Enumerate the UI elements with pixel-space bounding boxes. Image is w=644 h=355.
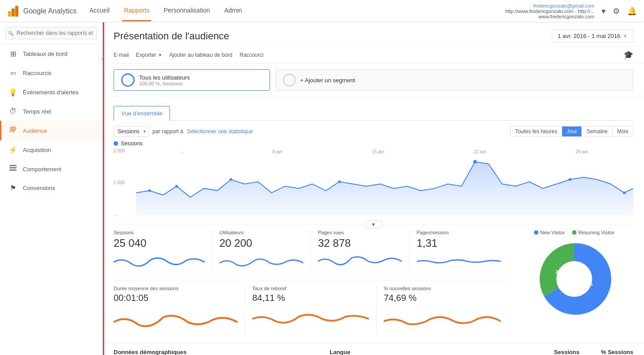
chart-section: Sessions par rapport à Sélectionner une … bbox=[103, 121, 644, 230]
sidebar-item-evenements-alertes[interactable]: 💡 Événements d'alertes bbox=[0, 83, 102, 102]
sidebar: ◀ ⊞ Tableaux de bord ⇦ Raccourcis 💡 Évén… bbox=[0, 22, 103, 355]
chart-stat-link[interactable]: Sélectionner une statistique bbox=[187, 128, 253, 135]
chart-controls: Sessions par rapport à Sélectionner une … bbox=[114, 126, 633, 137]
svg-point-15 bbox=[556, 261, 592, 297]
chart-legend: Sessions bbox=[114, 140, 633, 147]
sidebar-item-acquisition[interactable]: ⚡ Acquisition bbox=[0, 140, 102, 160]
stat-utilisateurs: Utilisateurs 20 200 bbox=[212, 230, 311, 275]
export-button[interactable]: Exporter ▼ bbox=[136, 50, 162, 60]
svg-rect-2 bbox=[15, 6, 18, 17]
nav-rapports[interactable]: Rapports bbox=[122, 0, 151, 21]
sidebar-item-label: Acquisition bbox=[23, 147, 51, 153]
segments-row: Tous les utilisateurs 100,00 %, Sessions… bbox=[103, 64, 644, 97]
stat-pages-vues-label: Pages vues bbox=[318, 230, 402, 235]
settings-icon[interactable]: ⚙ bbox=[613, 6, 620, 16]
sidebar-item-tableaux-de-bord[interactable]: ⊞ Tableaux de bord bbox=[0, 44, 102, 63]
pie-returning-label: Returning Visitor bbox=[578, 230, 614, 235]
notifications-icon[interactable]: 🔔 bbox=[627, 6, 637, 16]
sidebar-item-label: Raccourcis bbox=[23, 70, 51, 76]
stat-duree-sparkline bbox=[114, 305, 237, 334]
stat-duree-label: Durée moyenne des sessions bbox=[114, 286, 237, 291]
date-range-selector[interactable]: 1 avr. 2016 - 1 mai 2016 ▼ bbox=[552, 30, 633, 42]
add-segment-circle-icon bbox=[283, 74, 296, 86]
sidebar-item-audience[interactable]: Audience bbox=[0, 121, 102, 140]
pie-chart-svg: 74.7% 25.3% bbox=[534, 239, 614, 319]
sidebar-item-label: Audience bbox=[23, 127, 47, 134]
y-label-dots: ... bbox=[114, 212, 125, 217]
svg-text:25.3%: 25.3% bbox=[555, 269, 569, 275]
donnees-title: Données démographiques bbox=[114, 349, 186, 355]
stat-duree-value: 00:01:05 bbox=[114, 293, 237, 303]
stat-nouvelles-sessions-label: % nouvelles sessions bbox=[384, 286, 501, 291]
search-wrap bbox=[5, 27, 97, 39]
time-btn-semaine[interactable]: Semaine bbox=[582, 127, 612, 136]
shortcut-button[interactable]: Raccourci bbox=[240, 50, 263, 60]
search-input[interactable] bbox=[5, 27, 97, 39]
chart-metric-select[interactable]: Sessions bbox=[114, 126, 149, 137]
main-layout: ◀ ⊞ Tableaux de bord ⇦ Raccourcis 💡 Évén… bbox=[0, 22, 644, 355]
time-btn-jour[interactable]: Jour bbox=[562, 127, 582, 136]
y-label-2000: 2 000 bbox=[114, 148, 125, 153]
stats-pie-combined: Sessions 25 040 Utilisateurs 20 200 bbox=[103, 230, 644, 343]
pie-legend-returning: Returning Visitor bbox=[572, 230, 614, 235]
stat-duree: Durée moyenne des sessions 00:01:05 bbox=[114, 286, 245, 336]
nav-personnalisation[interactable]: Personnalisation bbox=[162, 0, 212, 21]
chart-y-labels: 2 000 1 000 ... bbox=[114, 148, 125, 224]
stat-sessions-label: Sessions bbox=[114, 230, 205, 235]
stat-nouvelles-sessions-sparkline bbox=[384, 305, 501, 333]
shortcuts-icon: ⇦ bbox=[8, 69, 17, 77]
sidebar-item-comportement[interactable]: Comportement bbox=[0, 160, 102, 178]
chart-time-buttons: Toutes les heures Jour Semaine Mois bbox=[510, 126, 633, 137]
time-btn-all-hours[interactable]: Toutes les heures bbox=[511, 127, 562, 136]
app-name: Google Analytics bbox=[23, 7, 76, 15]
chart-svg-wrap bbox=[136, 148, 633, 215]
user-email: fredericgonzalo@gmail.com bbox=[505, 3, 594, 8]
pct-sessions-col-label: % Sessions bbox=[601, 349, 633, 355]
stat-utilisateurs-label: Utilisateurs bbox=[220, 230, 304, 235]
acquisition-icon: ⚡ bbox=[8, 146, 17, 154]
pie-new-dot-icon bbox=[534, 230, 538, 235]
time-btn-mois[interactable]: Mois bbox=[613, 127, 633, 136]
pie-legend: New Visitor Returning Visitor bbox=[534, 230, 615, 235]
sidebar-item-raccourcis[interactable]: ⇦ Raccourcis bbox=[0, 63, 102, 83]
svg-point-12 bbox=[473, 160, 477, 164]
chart-expand-button[interactable]: ▼ bbox=[365, 220, 382, 228]
active-segment[interactable]: Tous les utilisateurs 100,00 %, Sessions bbox=[114, 69, 270, 91]
main-nav: Accueil Rapports Personnalisation Admin bbox=[88, 0, 505, 21]
nav-right: fredericgonzalo@gmail.com http://www.fre… bbox=[505, 3, 637, 19]
nav-admin[interactable]: Admin bbox=[222, 0, 244, 21]
stat-rebond-value: 84,11 % bbox=[252, 293, 369, 303]
stats-row1: Sessions 25 040 Utilisateurs 20 200 bbox=[114, 230, 508, 280]
dashboard-icon: ⊞ bbox=[8, 50, 17, 58]
email-button[interactable]: E-mail bbox=[114, 50, 129, 60]
add-segment-button[interactable]: + Ajouter un segment bbox=[275, 69, 633, 91]
date-range-arrow-icon: ▼ bbox=[623, 34, 627, 38]
svg-point-10 bbox=[229, 178, 232, 181]
sidebar-item-conversions[interactable]: ⚑ Conversions bbox=[0, 178, 102, 198]
google-analytics-logo-icon bbox=[7, 5, 20, 17]
sidebar-item-label: Tableaux de bord bbox=[23, 51, 68, 57]
overview-tab[interactable]: Vue d'ensemble bbox=[114, 106, 170, 121]
chart-svg bbox=[136, 148, 633, 215]
stat-sessions-value: 25 040 bbox=[114, 237, 205, 249]
export-label: Exporter bbox=[136, 52, 156, 58]
chart-area: 2 000 1 000 ... bbox=[114, 148, 633, 224]
nav-accueil[interactable]: Accueil bbox=[88, 0, 111, 21]
svg-point-9 bbox=[175, 185, 178, 187]
stat-pages-vues: Pages vues 32 878 bbox=[311, 230, 410, 275]
stat-pages-session-sparkline bbox=[417, 251, 501, 271]
bottom-section: Données démographiques Langue Sessions %… bbox=[103, 343, 644, 355]
user-info[interactable]: fredericgonzalo@gmail.com http://www.fre… bbox=[505, 3, 594, 19]
content-toolbar: E-mail Exporter ▼ Ajouter au tableau de … bbox=[103, 46, 644, 64]
account-dropdown-icon[interactable]: ▾ bbox=[602, 6, 606, 16]
langue-section: Langue bbox=[330, 349, 350, 355]
add-dashboard-button[interactable]: Ajouter au tableau de bord bbox=[169, 50, 232, 60]
stat-rebond-sparkline bbox=[252, 305, 369, 333]
sidebar-item-label: Conversions bbox=[23, 185, 55, 191]
sidebar-item-temps-reel[interactable]: ⏱ Temps réel bbox=[0, 102, 102, 121]
pie-new-label: New Visitor bbox=[540, 230, 565, 235]
langue-title: Langue bbox=[330, 349, 350, 355]
chart-legend-dot-icon bbox=[114, 141, 118, 146]
realtime-icon: ⏱ bbox=[8, 107, 17, 115]
sidebar-item-label: Comportement bbox=[23, 166, 61, 173]
